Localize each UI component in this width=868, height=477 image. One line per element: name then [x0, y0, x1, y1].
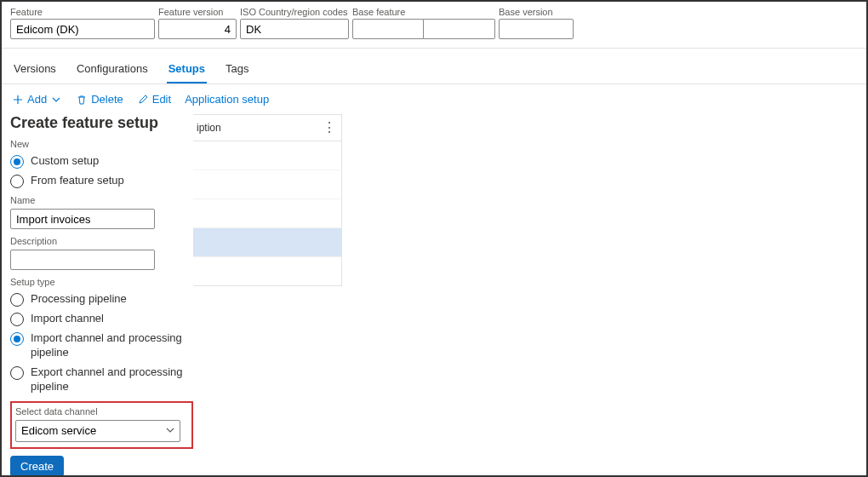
- base-feature-input-2[interactable]: [424, 19, 495, 39]
- radio-export-channel-processing[interactable]: Export channel and processing pipeline: [10, 365, 193, 394]
- tabs: Versions Configurations Setups Tags: [2, 49, 866, 84]
- base-version-label: Base version: [499, 7, 574, 17]
- grid: iption ⋮: [189, 114, 342, 286]
- radio-icon: [10, 293, 24, 307]
- tab-setups[interactable]: Setups: [167, 57, 207, 83]
- delete-button[interactable]: Delete: [76, 93, 123, 106]
- radio-import-channel[interactable]: Import channel: [10, 312, 193, 326]
- feature-input[interactable]: [10, 19, 155, 39]
- more-icon[interactable]: ⋮: [323, 122, 336, 134]
- select-channel-label: Select data channel: [15, 406, 188, 417]
- name-input[interactable]: [10, 209, 155, 229]
- setup-type-label: Setup type: [10, 277, 193, 287]
- radio-label: Import channel: [31, 312, 104, 326]
- radio-icon: [10, 175, 24, 188]
- radio-label: From feature setup: [31, 174, 124, 188]
- radio-import-channel-processing[interactable]: Import channel and processing pipeline: [10, 331, 193, 360]
- radio-icon: [10, 313, 24, 326]
- radio-label: Export channel and processing pipeline: [31, 365, 193, 394]
- pencil-icon: [137, 94, 149, 106]
- radio-from-feature-setup[interactable]: From feature setup: [10, 174, 193, 188]
- field-version: Feature version: [158, 7, 237, 39]
- select-data-channel-dropdown[interactable]: Edicom service: [15, 420, 180, 442]
- name-label: Name: [10, 195, 193, 205]
- chevron-down-icon: [50, 94, 62, 106]
- table-row[interactable]: [189, 257, 342, 286]
- field-feature: Feature: [10, 7, 155, 39]
- field-base-feature: Base feature: [352, 7, 495, 39]
- edit-button[interactable]: Edit: [137, 93, 171, 106]
- radio-processing-pipeline[interactable]: Processing pipeline: [10, 292, 193, 307]
- chevron-down-icon: [166, 426, 174, 436]
- new-section-label: New: [10, 139, 193, 149]
- table-row[interactable]: [189, 170, 342, 199]
- content-area: iption ⋮ Create feature setup New Custom…: [2, 114, 866, 286]
- iso-input[interactable]: [240, 19, 349, 39]
- toolbar: Add Delete Edit Application setup: [2, 84, 866, 114]
- radio-label: Processing pipeline: [31, 292, 127, 307]
- edit-label: Edit: [152, 93, 171, 106]
- radio-icon: [10, 155, 24, 169]
- add-button[interactable]: Add: [12, 93, 62, 106]
- app-setup-link[interactable]: Application setup: [185, 93, 269, 106]
- add-label: Add: [27, 93, 47, 106]
- grid-col-description[interactable]: iption ⋮: [189, 114, 342, 141]
- field-base-version: Base version: [499, 7, 574, 39]
- version-input[interactable]: [158, 19, 237, 39]
- tab-tags[interactable]: Tags: [224, 57, 250, 83]
- base-feature-label: Base feature: [352, 7, 495, 17]
- app-window: Feature Feature version ISO Country/regi…: [0, 0, 868, 477]
- table-row[interactable]: [189, 228, 342, 257]
- tab-configurations[interactable]: Configurations: [75, 57, 150, 83]
- panel-title: Create feature setup: [10, 114, 193, 132]
- description-label: Description: [10, 236, 193, 246]
- trash-icon: [76, 94, 88, 106]
- radio-custom-setup[interactable]: Custom setup: [10, 154, 193, 169]
- radio-icon: [10, 332, 24, 346]
- table-row[interactable]: [189, 141, 342, 170]
- create-button[interactable]: Create: [10, 456, 64, 477]
- base-feature-input[interactable]: [352, 19, 424, 39]
- header-fields: Feature Feature version ISO Country/regi…: [2, 2, 866, 49]
- select-value: Edicom service: [21, 424, 96, 437]
- grid-col-label: iption: [197, 122, 221, 134]
- version-label: Feature version: [158, 7, 237, 17]
- field-iso: ISO Country/region codes: [240, 7, 349, 39]
- radio-icon: [10, 366, 24, 380]
- plus-icon: [12, 94, 24, 106]
- radio-label: Import channel and processing pipeline: [31, 331, 193, 360]
- create-feature-setup-panel: Create feature setup New Custom setup Fr…: [10, 114, 193, 477]
- description-input[interactable]: [10, 250, 155, 270]
- iso-label: ISO Country/region codes: [240, 7, 349, 17]
- feature-label: Feature: [10, 7, 155, 17]
- tab-versions[interactable]: Versions: [12, 57, 58, 83]
- base-version-input[interactable]: [499, 19, 574, 39]
- table-row[interactable]: [189, 199, 342, 228]
- radio-label: Custom setup: [31, 154, 99, 169]
- delete-label: Delete: [91, 93, 123, 106]
- select-data-channel-highlight: Select data channel Edicom service: [10, 401, 193, 449]
